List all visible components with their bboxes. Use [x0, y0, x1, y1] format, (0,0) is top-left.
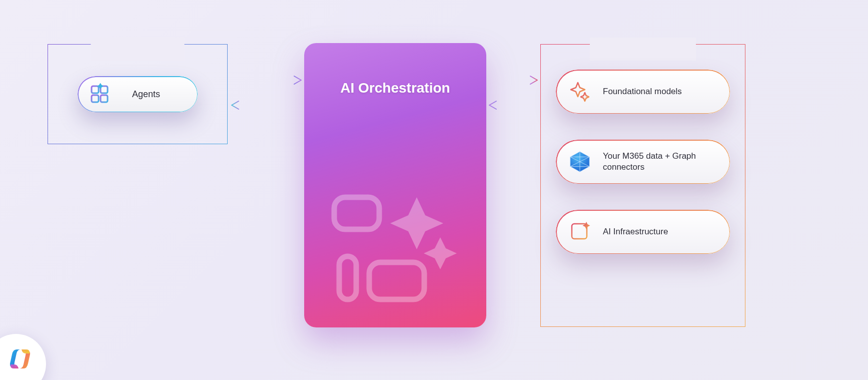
- copilot-ui-panel-title: MICROSOFT COPILOT UI: [93, 39, 183, 60]
- foundational-models-pill: Foundational models: [556, 70, 730, 114]
- arrow-center-to-right: [488, 74, 538, 86]
- sparkle-icon: [568, 81, 592, 103]
- agents-pill: Agents: [78, 76, 198, 112]
- ai-orchestration-title: AI Orchestration: [321, 80, 469, 96]
- agents-pill-label: Agents: [106, 89, 187, 100]
- svg-rect-0: [92, 86, 99, 93]
- copilot-logo-icon: [3, 349, 30, 378]
- svg-rect-6: [339, 256, 356, 299]
- orchestration-decorative-shapes-icon: [324, 177, 464, 307]
- svg-rect-1: [92, 95, 99, 102]
- m365-data-pill: Your M365 data + Graph connectors: [556, 140, 730, 184]
- copilot-logo-badge: [0, 334, 46, 380]
- microsoft-cloud-panel: MICROSOFT CLOUD Foundational models: [540, 44, 745, 327]
- microsoft-cloud-panel-title: MICROSOFT CLOUD: [592, 39, 694, 60]
- arrow-center-to-left: [230, 99, 303, 111]
- ai-infrastructure-pill: AI Infraestructure: [556, 210, 730, 254]
- ai-orchestration-card: AI Orchestration: [304, 43, 486, 327]
- infra-grid-icon: [568, 221, 592, 243]
- foundational-models-label: Foundational models: [603, 86, 682, 97]
- svg-rect-4: [334, 197, 379, 229]
- m365-data-label: Your M365 data + Graph connectors: [603, 151, 718, 173]
- copilot-ui-panel: MICROSOFT COPILOT UI Agents: [48, 44, 228, 144]
- ai-infrastructure-label: AI Infraestructure: [603, 226, 668, 237]
- arrow-left-to-center: [230, 74, 303, 86]
- graph-node-icon: [568, 149, 592, 174]
- arrow-right-to-center: [488, 99, 538, 111]
- svg-rect-5: [369, 262, 424, 299]
